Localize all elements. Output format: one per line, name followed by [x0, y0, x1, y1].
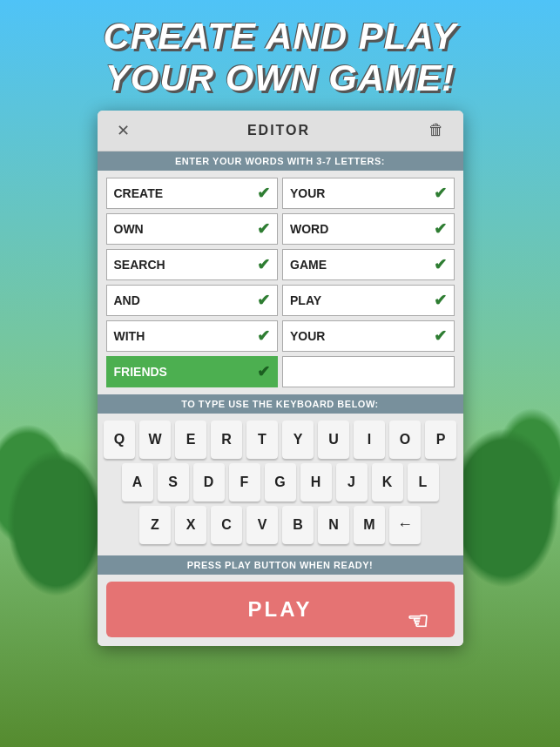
- key-s[interactable]: S: [158, 463, 189, 501]
- key-h[interactable]: H: [300, 463, 332, 501]
- word-text: OWN: [114, 222, 144, 236]
- page-header: CREATE AND PLAY YOUR OWN GAME!: [0, 0, 560, 111]
- trash-button[interactable]: 🗑: [423, 119, 449, 141]
- word-cell-friends[interactable]: FRIENDS ✔: [106, 356, 279, 387]
- key-o[interactable]: O: [389, 421, 421, 459]
- key-i[interactable]: I: [354, 421, 385, 459]
- key-a[interactable]: A: [122, 463, 153, 501]
- word-cell-and[interactable]: AND ✔: [106, 285, 279, 316]
- word-cell-create[interactable]: CREATE ✔: [106, 178, 279, 209]
- word-text: SEARCH: [114, 258, 165, 272]
- check-icon: ✔: [434, 219, 447, 239]
- key-k[interactable]: K: [372, 463, 403, 501]
- word-cell-with[interactable]: WITH ✔: [106, 320, 279, 352]
- key-v[interactable]: V: [246, 506, 278, 544]
- key-u[interactable]: U: [318, 421, 349, 459]
- word-cell-your1[interactable]: YOUR ✔: [282, 178, 455, 209]
- key-q[interactable]: Q: [104, 421, 135, 459]
- word-cell-your2[interactable]: YOUR ✔: [282, 320, 455, 352]
- key-n[interactable]: N: [318, 506, 349, 544]
- key-y[interactable]: Y: [282, 421, 314, 459]
- key-f[interactable]: F: [229, 463, 260, 501]
- instruction-top-bar: ENTER YOUR WORDS WITH 3-7 LETTERS:: [98, 151, 463, 171]
- key-c[interactable]: C: [211, 506, 242, 544]
- word-cell-own[interactable]: OWN ✔: [106, 213, 279, 245]
- word-text: CREATE: [114, 186, 164, 200]
- word-cell-game[interactable]: GAME ✔: [282, 249, 455, 280]
- key-backspace[interactable]: ←: [389, 506, 421, 544]
- check-icon: ✔: [434, 326, 447, 346]
- check-icon: ✔: [257, 326, 270, 346]
- key-t[interactable]: T: [246, 421, 278, 459]
- keyboard-section: Q W E R T Y U I O P A S D F G H J K L Z …: [98, 414, 463, 555]
- key-d[interactable]: D: [193, 463, 225, 501]
- check-icon: ✔: [257, 255, 270, 274]
- check-icon: ✔: [434, 255, 447, 274]
- close-button[interactable]: ✕: [111, 119, 135, 142]
- key-g[interactable]: G: [265, 463, 296, 501]
- word-text: FRIENDS: [114, 365, 167, 379]
- key-b[interactable]: B: [282, 506, 314, 544]
- editor-panel: ✕ EDITOR 🗑 ENTER YOUR WORDS WITH 3-7 LET…: [98, 111, 463, 646]
- editor-title: EDITOR: [247, 123, 310, 138]
- key-r[interactable]: R: [211, 421, 242, 459]
- word-text: AND: [114, 293, 140, 307]
- keyboard-row-1: Q W E R T Y U I O P: [103, 421, 458, 459]
- check-icon: ✔: [257, 184, 270, 203]
- check-icon: ✔: [257, 362, 270, 381]
- keyboard-instruction-bar: TO TYPE USE THE KEYBOARD BELOW:: [98, 394, 463, 414]
- check-icon: ✔: [434, 184, 447, 203]
- check-icon: ✔: [434, 291, 447, 310]
- word-text: YOUR: [290, 329, 325, 343]
- key-l[interactable]: L: [408, 463, 439, 501]
- check-icon: ✔: [257, 219, 270, 239]
- word-text: PLAY: [290, 293, 321, 307]
- play-button-container: PLAY ☞: [98, 575, 463, 646]
- word-cell-search[interactable]: SEARCH ✔: [106, 249, 279, 280]
- key-p[interactable]: P: [425, 421, 456, 459]
- key-x[interactable]: X: [175, 506, 206, 544]
- word-text: WORD: [290, 222, 328, 236]
- page-title: CREATE AND PLAY YOUR OWN GAME!: [52, 16, 508, 100]
- finger-cursor-icon: ☞: [404, 607, 428, 636]
- key-j[interactable]: J: [336, 463, 368, 501]
- key-m[interactable]: M: [354, 506, 385, 544]
- word-cell-play[interactable]: PLAY ✔: [282, 285, 455, 316]
- check-icon: ✔: [257, 291, 270, 310]
- word-cell-word[interactable]: WORD ✔: [282, 213, 455, 245]
- word-text: YOUR: [290, 186, 325, 200]
- play-instruction-bar: PRESS PLAY BUTTON WHEN READY!: [98, 555, 463, 575]
- word-text: GAME: [290, 258, 327, 272]
- play-button[interactable]: PLAY ☞: [106, 582, 455, 637]
- word-cell-empty[interactable]: [282, 356, 455, 387]
- key-w[interactable]: W: [139, 421, 171, 459]
- keyboard-row-3: Z X C V B N M ←: [103, 506, 458, 544]
- editor-header: ✕ EDITOR 🗑: [98, 111, 463, 151]
- word-text: WITH: [114, 329, 145, 343]
- keyboard-row-2: A S D F G H J K L: [103, 463, 458, 501]
- key-z[interactable]: Z: [139, 506, 171, 544]
- key-e[interactable]: E: [175, 421, 206, 459]
- words-grid: CREATE ✔ YOUR ✔ OWN ✔ WORD ✔ SEARCH ✔ GA…: [98, 171, 463, 394]
